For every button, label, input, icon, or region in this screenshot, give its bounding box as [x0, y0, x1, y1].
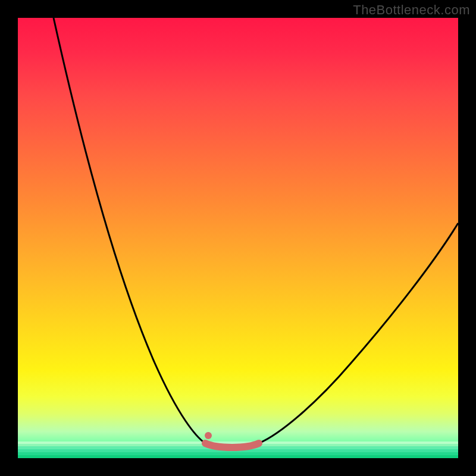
marker-dot	[205, 432, 212, 439]
right-curve	[259, 223, 458, 443]
curve-floor-highlight	[205, 443, 259, 447]
left-curve	[54, 18, 205, 443]
watermark-text: TheBottleneck.com	[353, 2, 470, 18]
chart-frame	[18, 18, 458, 458]
bottleneck-curve	[18, 18, 458, 458]
